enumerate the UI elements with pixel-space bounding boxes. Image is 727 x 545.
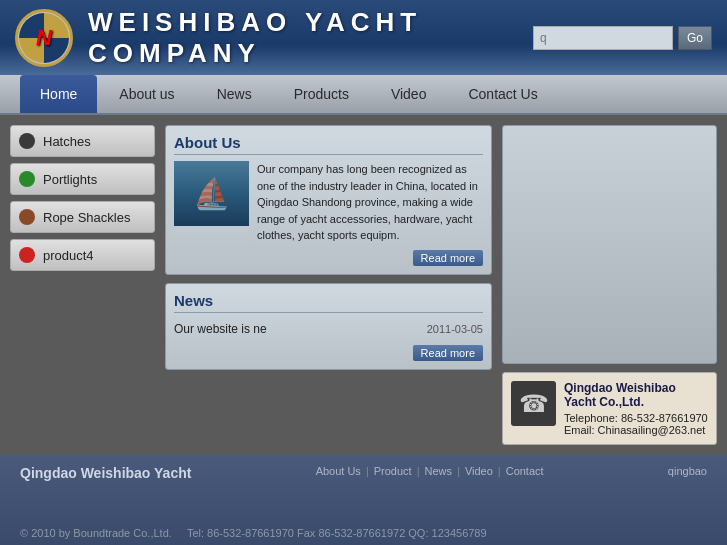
news-title: News: [174, 292, 483, 313]
about-text: Our company has long been recognized as …: [257, 161, 483, 244]
news-item: Our website is ne 2011-03-05: [174, 319, 483, 339]
nav-item-home[interactable]: Home: [20, 75, 97, 113]
news-box: News Our website is ne 2011-03-05 Read m…: [165, 283, 492, 370]
footer-link-about[interactable]: About Us: [316, 465, 361, 477]
sidebar-label-rope-shackles: Rope Shackles: [43, 210, 130, 225]
news-read-more-container: Read more: [174, 343, 483, 361]
phone-icon-area: ☎: [511, 381, 556, 426]
footer-bottom: © 2010 by Boundtrade Co.,Ltd. Tel: 86-53…: [0, 525, 727, 545]
sidebar: Hatches Portlights Rope Shackles product…: [10, 125, 155, 445]
sidebar-label-portlights: Portlights: [43, 172, 97, 187]
footer-right-text: qingbao: [668, 465, 707, 477]
news-date: 2011-03-05: [427, 323, 483, 335]
nav-item-products[interactable]: Products: [274, 75, 369, 113]
nav-item-contact[interactable]: Contact Us: [448, 75, 557, 113]
sidebar-label-product4: product4: [43, 248, 94, 263]
about-read-more-container: Read more: [257, 248, 483, 266]
footer-link-news[interactable]: News: [425, 465, 453, 477]
navigation: Home About us News Products Video Contac…: [0, 75, 727, 115]
footer-copyright: © 2010 by Boundtrade Co.,Ltd.: [20, 527, 172, 539]
sidebar-dot-rope-shackles: [19, 209, 35, 225]
search-area: Go: [533, 26, 712, 50]
logo-inner: N: [19, 13, 69, 63]
footer-link-video[interactable]: Video: [465, 465, 493, 477]
phone-icon: ☎: [519, 390, 549, 418]
logo-area: N WEISHIBAO YACHT COMPANY: [15, 7, 533, 69]
sidebar-label-hatches: Hatches: [43, 134, 91, 149]
main-content: Hatches Portlights Rope Shackles product…: [0, 115, 727, 455]
contact-email: Email: Chinasailing@263.net: [564, 424, 708, 436]
contact-telephone: Telephone: 86-532-87661970: [564, 412, 708, 424]
logo-letter: N: [36, 25, 52, 51]
contact-box: ☎ Qingdao Weishibao Yacht Co.,Ltd. Telep…: [502, 372, 717, 445]
header: N WEISHIBAO YACHT COMPANY Go: [0, 0, 727, 75]
about-image-inner: ⛵: [174, 161, 249, 226]
footer-link-product[interactable]: Product: [374, 465, 412, 477]
news-headline: Our website is ne: [174, 322, 267, 336]
contact-info: Qingdao Weishibao Yacht Co.,Ltd. Telepho…: [564, 381, 708, 436]
right-panel: ☎ Qingdao Weishibao Yacht Co.,Ltd. Telep…: [502, 125, 717, 445]
about-content: ⛵ Our company has long been recognized a…: [174, 161, 483, 266]
company-name: WEISHIBAO YACHT COMPANY: [88, 7, 533, 69]
sidebar-item-hatches[interactable]: Hatches: [10, 125, 155, 157]
about-image: ⛵: [174, 161, 249, 226]
nav-item-about[interactable]: About us: [99, 75, 194, 113]
nav-item-video[interactable]: Video: [371, 75, 447, 113]
about-read-more-button[interactable]: Read more: [413, 250, 483, 266]
contact-company-name: Qingdao Weishibao Yacht Co.,Ltd.: [564, 381, 708, 409]
search-button[interactable]: Go: [678, 26, 712, 50]
sidebar-dot-product4: [19, 247, 35, 263]
center-content: About Us ⛵ Our company has long been rec…: [165, 125, 492, 445]
footer-link-contact[interactable]: Contact: [506, 465, 544, 477]
logo: N: [15, 9, 73, 67]
footer: Qingdao Weishibao Yacht About Us | Produ…: [0, 455, 727, 545]
footer-left: Qingdao Weishibao Yacht: [20, 465, 191, 485]
about-title: About Us: [174, 134, 483, 155]
footer-links: About Us | Product | News | Video | Cont…: [316, 465, 544, 477]
right-top-area: [502, 125, 717, 364]
nav-item-news[interactable]: News: [197, 75, 272, 113]
news-read-more-button[interactable]: Read more: [413, 345, 483, 361]
yacht-icon: ⛵: [193, 176, 230, 211]
footer-tel-fax: Tel: 86-532-87661970 Fax 86-532-87661972…: [187, 527, 487, 539]
sidebar-dot-portlights: [19, 171, 35, 187]
sidebar-item-product4[interactable]: product4: [10, 239, 155, 271]
search-input[interactable]: [533, 26, 673, 50]
footer-company-name: Qingdao Weishibao Yacht: [20, 465, 191, 481]
sidebar-dot-hatches: [19, 133, 35, 149]
sidebar-item-rope-shackles[interactable]: Rope Shackles: [10, 201, 155, 233]
about-box: About Us ⛵ Our company has long been rec…: [165, 125, 492, 275]
sidebar-item-portlights[interactable]: Portlights: [10, 163, 155, 195]
footer-top: Qingdao Weishibao Yacht About Us | Produ…: [0, 455, 727, 525]
